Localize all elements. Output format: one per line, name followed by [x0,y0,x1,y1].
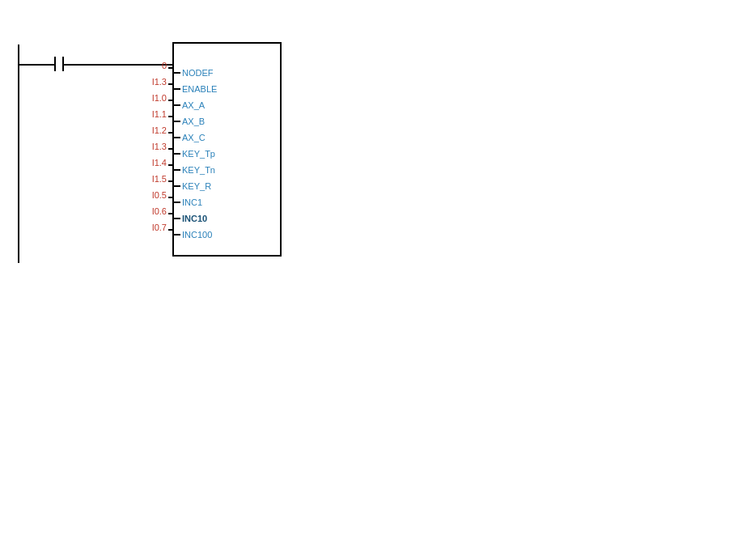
addr-label-3: I1.1 [128,109,167,119]
input-row-key_tp: KEY_Tp [174,149,280,159]
left-rail [18,45,19,263]
pin-line-inc1 [174,202,180,203]
input-wire-0 [168,67,172,69]
addr-label-1: I1.3 [128,77,167,87]
addr-label-4: I1.2 [128,125,167,135]
pin-line-ax_c [174,137,180,138]
input-wire-3 [168,116,172,117]
input-wire-2 [168,100,172,101]
pin-label-inc100: INC100 [182,230,212,240]
function-block: NODEFENABLEAX_AAX_BAX_CKEY_TpKEY_TnKEY_R… [172,42,282,257]
input-wire-9 [168,213,172,214]
input-wire-6 [168,164,172,166]
pin-label-enable: ENABLE [182,84,217,94]
pin-line-key_r [174,185,180,187]
pin-line-ax_b [174,121,180,122]
input-wire-7 [168,180,172,182]
input-row-inc100: INC100 [174,230,280,240]
addr-label-9: I0.6 [128,206,167,216]
pin-label-nodef: NODEF [182,68,214,78]
pin-label-ax_b: AX_B [182,117,205,126]
pin-line-key_tp [174,153,180,155]
pin-line-inc10 [174,218,180,219]
pin-label-ax_a: AX_A [182,100,205,110]
input-row-ax_a: AX_A [174,100,280,110]
wire-to-contact [18,64,54,66]
input-row-ax_c: AX_C [174,133,280,142]
input-wire-5 [168,148,172,150]
pin-line-nodef [174,72,180,74]
input-wire-10 [168,229,172,231]
pin-label-inc1: INC1 [182,197,202,207]
input-row-inc10: INC10 [174,214,280,223]
input-row-ax_b: AX_B [174,117,280,126]
pin-label-ax_c: AX_C [182,133,206,142]
input-row-key_tn: KEY_Tn [174,165,280,175]
addr-label-5: I1.3 [128,142,167,151]
input-wire-1 [168,83,172,85]
pin-line-key_tn [174,169,180,171]
input-wire-4 [168,132,172,134]
pin-label-key_r: KEY_R [182,181,211,191]
pin-label-key_tp: KEY_Tp [182,149,215,159]
addr-label-2: I1.0 [128,93,167,103]
pin-line-inc100 [174,234,180,235]
pin-label-key_tn: KEY_Tn [182,165,215,175]
pin-label-inc10: INC10 [182,214,207,223]
pin-line-ax_a [174,104,180,106]
addr-label-10: I0.7 [128,223,167,232]
input-row-key_r: KEY_R [174,181,280,191]
pin-line-enable [174,88,180,90]
addr-label-0: 0 [128,61,167,70]
addr-label-6: I1.4 [128,158,167,168]
addr-label-7: I1.5 [128,174,167,184]
input-wire-8 [168,197,172,198]
input-row-nodef: NODEF [174,68,280,78]
contact-left-bar [54,57,56,71]
addr-label-8: I0.5 [128,190,167,200]
input-row-inc1: INC1 [174,197,280,207]
canvas: NODEFENABLEAX_AAX_BAX_CKEY_TpKEY_TnKEY_R… [0,0,746,560]
input-row-enable: ENABLE [174,84,280,94]
